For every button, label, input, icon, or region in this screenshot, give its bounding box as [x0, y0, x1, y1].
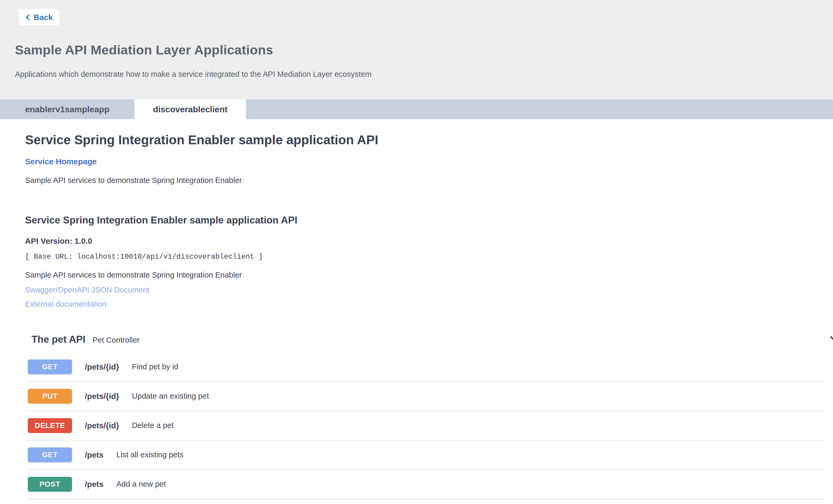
endpoint-path: /pets/{id} — [85, 392, 119, 401]
pet-api-subtitle: Pet Controller — [92, 336, 140, 345]
page-header: Back Sample API Mediation Layer Applicat… — [0, 0, 833, 99]
endpoint-path: /pets/{id} — [85, 421, 119, 430]
api-doc-description: Sample API services to demonstrate Sprin… — [25, 271, 833, 279]
api-version: API Version: 1.0.0 — [25, 236, 833, 246]
endpoint-summary: Add a new pet — [116, 480, 166, 488]
endpoint-summary: Update an existing pet — [132, 392, 209, 401]
http-method-badge: GET — [28, 359, 72, 374]
back-button[interactable]: Back — [19, 9, 59, 25]
service-detail: Service Spring Integration Enabler sampl… — [0, 132, 833, 499]
page-title: Sample API Mediation Layer Applications — [15, 43, 833, 57]
endpoint-path: /pets — [85, 450, 103, 459]
endpoint-summary: Delete a pet — [132, 421, 173, 430]
api-doc-title: Service Spring Integration Enabler sampl… — [25, 215, 833, 226]
external-docs-link[interactable]: External documentation — [25, 300, 106, 309]
api-operation-row[interactable]: GET/petsList all existing pets — [28, 440, 824, 470]
chevron-down-icon[interactable] — [828, 333, 833, 346]
http-method-badge: PUT — [28, 389, 72, 404]
http-method-badge: DELETE — [28, 418, 72, 433]
back-button-label: Back — [33, 13, 53, 22]
page-subtitle: Applications which demonstrate how to ma… — [15, 70, 833, 79]
swagger-json-link[interactable]: Swagger/OpenAPI JSON Document — [25, 285, 149, 295]
http-method-badge: GET — [28, 448, 72, 462]
api-base-url: [ Base URL: localhost:10010/api/v1/disco… — [25, 253, 833, 261]
pet-api-section: The pet API Pet Controller GET/pets/{id}… — [0, 334, 833, 499]
tab-bar: enablerv1sampleapp discoverableclient — [0, 99, 833, 119]
endpoint-path: /pets — [85, 480, 103, 489]
service-homepage-link[interactable]: Service Homepage — [25, 157, 97, 167]
service-description: Sample API services to demonstrate Sprin… — [25, 176, 833, 185]
api-operation-row[interactable]: PUT/pets/{id}Update an existing pet — [28, 382, 824, 411]
endpoint-summary: List all existing pets — [116, 450, 183, 459]
tab-enablerv1sampleapp[interactable]: enablerv1sampleapp — [0, 99, 135, 119]
endpoint-summary: Find pet by id — [132, 362, 178, 371]
api-operation-row[interactable]: DELETE/pets/{id}Delete a pet — [28, 411, 824, 440]
service-title: Service Spring Integration Enabler sampl… — [25, 132, 833, 147]
api-operation-row[interactable]: GET/pets/{id}Find pet by id — [28, 353, 824, 382]
http-method-badge: POST — [28, 477, 72, 492]
tab-discoverableclient[interactable]: discoverableclient — [135, 99, 246, 119]
api-operation-row[interactable]: POST/petsAdd a new pet — [28, 470, 824, 499]
operations-list: GET/pets/{id}Find pet by idPUT/pets/{id}… — [28, 353, 824, 499]
pet-api-title: The pet API — [31, 334, 86, 345]
endpoint-path: /pets/{id} — [85, 362, 119, 372]
pet-api-header: The pet API Pet Controller — [31, 334, 833, 345]
chevron-left-icon — [25, 13, 30, 21]
